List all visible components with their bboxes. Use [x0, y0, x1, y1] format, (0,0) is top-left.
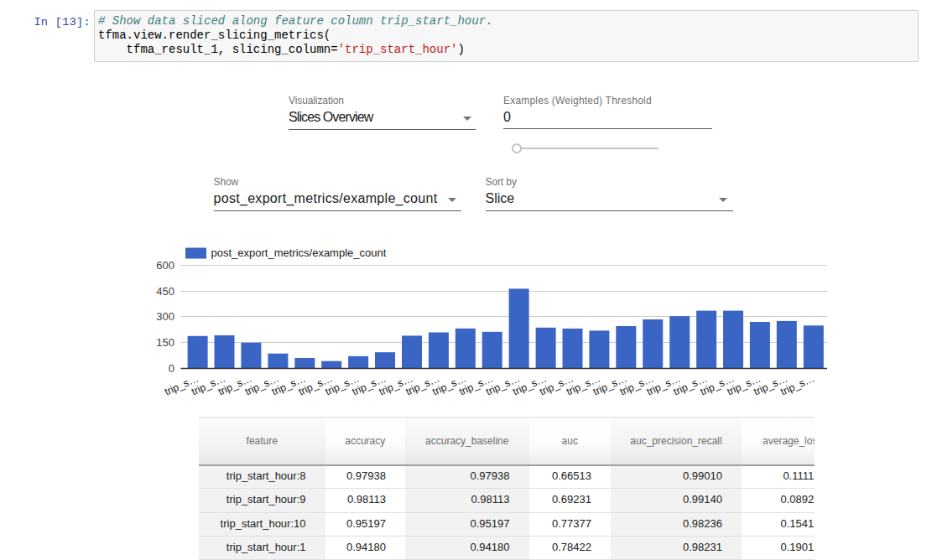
svg-text:post_export_metrics/example_co: post_export_metrics/example_count — [211, 246, 387, 259]
svg-text:300: 300 — [156, 310, 174, 323]
svg-text:450: 450 — [156, 285, 174, 298]
svg-text:0: 0 — [169, 362, 174, 375]
svg-text:600: 600 — [156, 259, 174, 272]
svg-text:150: 150 — [156, 336, 174, 349]
